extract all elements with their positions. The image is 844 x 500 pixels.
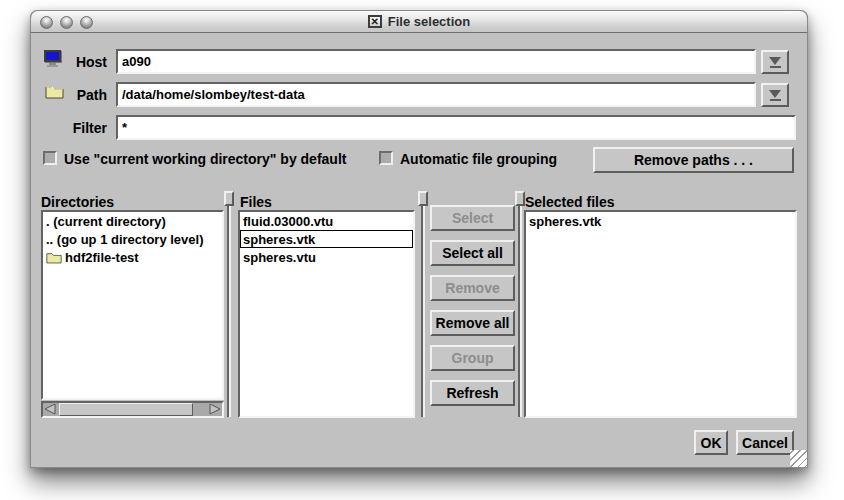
window-controls — [40, 16, 93, 29]
folder-icon — [46, 251, 62, 264]
splitter-handle[interactable] — [224, 191, 234, 206]
splitter-handle[interactable] — [418, 191, 428, 206]
files-header: Files — [240, 194, 272, 210]
splitter-groove — [227, 193, 231, 417]
directories-horizontal-scrollbar[interactable] — [41, 401, 224, 418]
list-item[interactable]: spheres.vtk — [526, 212, 795, 230]
files-list[interactable]: fluid.03000.vtu spheres.vtk spheres.vtu — [238, 210, 415, 418]
path-input[interactable]: /data/home/slombey/test-data — [116, 82, 756, 107]
list-item[interactable]: spheres.vtu — [240, 248, 413, 266]
cancel-button[interactable]: Cancel — [736, 430, 794, 455]
file-selection-window: ✕ File selection Host a090 Path /data/ho… — [30, 10, 808, 468]
minimize-button[interactable] — [60, 16, 73, 29]
list-item[interactable]: .. (go up 1 directory level) — [43, 230, 222, 248]
remove-paths-button[interactable]: Remove paths . . . — [593, 147, 794, 173]
remove-all-button[interactable]: Remove all — [430, 310, 515, 336]
selected-files-header: Selected files — [525, 194, 615, 210]
resize-grip[interactable] — [790, 450, 807, 467]
remove-button[interactable]: Remove — [430, 275, 515, 301]
chevron-down-icon — [769, 57, 781, 65]
path-dropdown-button[interactable] — [761, 83, 789, 107]
directories-list[interactable]: . (current directory) .. (go up 1 direct… — [41, 210, 224, 400]
list-item[interactable]: hdf2file-test — [43, 248, 222, 266]
directories-header: Directories — [41, 194, 114, 210]
refresh-button[interactable]: Refresh — [430, 380, 515, 406]
group-button[interactable]: Group — [430, 345, 515, 371]
select-button[interactable]: Select — [430, 205, 515, 231]
host-dropdown-button[interactable] — [761, 50, 789, 74]
ok-button[interactable]: OK — [694, 430, 728, 455]
select-all-button[interactable]: Select all — [430, 240, 515, 266]
window-title: File selection — [388, 14, 470, 29]
host-input[interactable]: a090 — [116, 49, 756, 74]
selected-files-list[interactable]: spheres.vtk — [524, 210, 797, 418]
auto-grouping-label: Automatic file grouping — [400, 151, 557, 167]
close-button[interactable] — [40, 16, 53, 29]
splitter-handle[interactable] — [515, 191, 525, 206]
scrollbar-thumb[interactable] — [59, 403, 193, 416]
path-label: Path — [39, 87, 107, 103]
chevron-down-icon — [769, 90, 781, 98]
x11-app-icon: ✕ — [368, 15, 382, 28]
zoom-button[interactable] — [80, 16, 93, 29]
filter-input[interactable]: * — [116, 115, 796, 140]
list-item[interactable]: fluid.03000.vtu — [240, 212, 413, 230]
filter-label: Filter — [39, 120, 107, 136]
use-cwd-label: Use "current working directory" by defau… — [64, 151, 346, 167]
list-item[interactable]: . (current directory) — [43, 212, 222, 230]
splitter-groove — [421, 193, 425, 417]
titlebar[interactable]: ✕ File selection — [30, 10, 808, 33]
scroll-left-arrow-icon[interactable] — [43, 403, 58, 416]
use-cwd-checkbox[interactable] — [43, 151, 57, 165]
splitter-groove — [518, 193, 522, 417]
list-item-selected[interactable]: spheres.vtk — [240, 230, 413, 248]
auto-grouping-checkbox[interactable] — [379, 151, 393, 165]
scroll-right-arrow-icon[interactable] — [207, 403, 222, 416]
host-label: Host — [39, 54, 107, 70]
window-title-area: ✕ File selection — [31, 14, 807, 29]
